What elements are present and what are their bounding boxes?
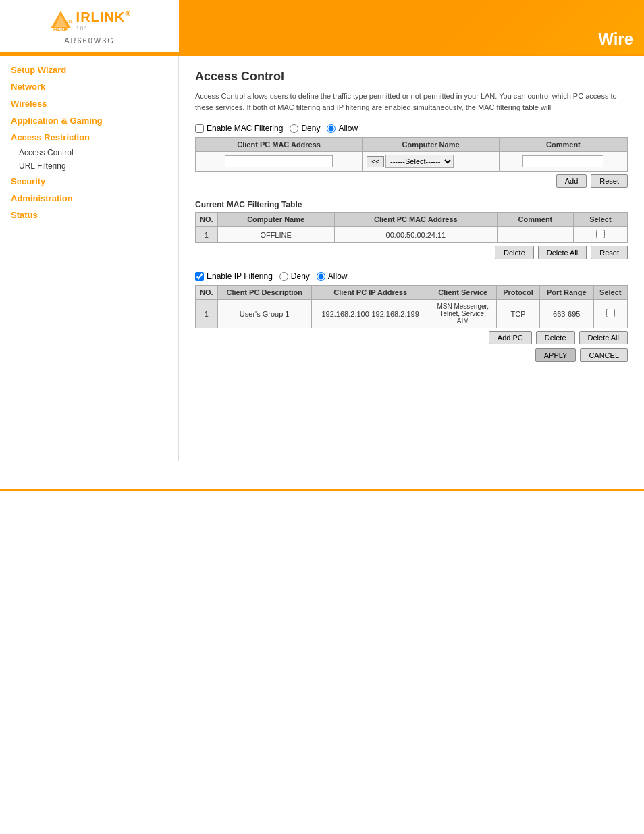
ip-filter-table: NO. Client PC Description Client PC IP A…	[195, 285, 628, 328]
sidebar-item-wireless[interactable]: Wireless	[0, 95, 178, 112]
ip-enable-text: Enable IP Filtering	[207, 271, 273, 281]
header-banner: Wire	[179, 0, 644, 54]
sidebar-item-application-gaming[interactable]: Application & Gaming	[0, 112, 178, 129]
mac-th-name: Computer Name	[217, 213, 334, 227]
cancel-button[interactable]: CANCEL	[580, 348, 628, 362]
mac-deny-text: Deny	[301, 124, 320, 133]
mac-reset-button[interactable]: Reset	[591, 174, 628, 188]
ip-row-port: 663-695	[539, 300, 593, 328]
ip-th-protocol: Protocol	[497, 286, 540, 300]
mac-delete-button[interactable]: Delete	[495, 246, 534, 259]
sidebar-item-setup-wizard[interactable]: Setup Wizard	[0, 61, 178, 78]
content-area: Access Control Access Control allows use…	[179, 56, 644, 461]
mac-input-table: Client PC MAC Address Computer Name Comm…	[195, 137, 628, 172]
ip-delete-all-button[interactable]: Delete All	[579, 331, 628, 344]
mac-enable-text: Enable MAC Filtering	[207, 124, 283, 133]
mac-deny-label[interactable]: Deny	[290, 124, 320, 133]
ip-row-service: MSN Messenger,Telnet, Service,AIM	[429, 300, 497, 328]
mac-input-cell	[196, 152, 363, 172]
ip-row-checkbox[interactable]	[606, 309, 615, 317]
ip-allow-radio[interactable]	[317, 272, 325, 281]
ip-th-ip: Client PC IP Address	[311, 286, 429, 300]
mac-delete-all-button[interactable]: Delete All	[538, 246, 587, 259]
mac-th-comment: Comment	[498, 213, 574, 227]
mac-name-select[interactable]: ------Select------	[385, 155, 454, 168]
ip-enable-checkbox[interactable]	[195, 272, 204, 281]
mac-allow-label[interactable]: Allow	[327, 124, 358, 133]
mac-col-mac: Client PC MAC Address	[196, 138, 363, 152]
mac-filtering-section: Enable MAC Filtering Deny Allow Client P…	[195, 124, 628, 188]
header: IRLINK 101 IRLINK® 101 AR660W3G Wire	[0, 0, 644, 54]
airlink-logo: IRLINK 101 IRLINK® 101	[48, 8, 132, 34]
ip-th-desc: Client PC Description	[217, 286, 311, 300]
mac-name-cell: << ------Select------	[363, 152, 500, 172]
ip-delete-button[interactable]: Delete	[536, 331, 575, 344]
main-layout: Setup Wizard Network Wireless Applicatio…	[0, 56, 644, 461]
mac-row-select[interactable]	[573, 227, 627, 243]
mac-comment-input[interactable]	[522, 155, 603, 167]
model-name: AR660W3G	[64, 36, 115, 45]
ip-add-btn-row: Add PC Delete Delete All	[195, 331, 628, 344]
current-mac-table: NO. Computer Name Client PC MAC Address …	[195, 212, 628, 243]
ip-action-btn-row: APPLY CANCEL	[195, 348, 628, 362]
ip-allow-text: Allow	[328, 271, 348, 281]
sidebar-item-administration[interactable]: Administration	[0, 190, 178, 207]
ip-allow-label[interactable]: Allow	[317, 271, 348, 281]
ip-filtering-section: Enable IP Filtering Deny Allow NO. Clien…	[195, 271, 628, 362]
sidebar-subitem-access-control[interactable]: Access Control	[0, 146, 178, 159]
ip-th-no: NO.	[196, 286, 218, 300]
mac-th-no: NO.	[196, 213, 218, 227]
ip-deny-text: Deny	[291, 271, 310, 281]
ip-th-port: Port Range	[539, 286, 593, 300]
mac-deny-radio[interactable]	[290, 124, 298, 133]
mac-comment-cell	[499, 152, 627, 172]
footer-divider	[0, 475, 644, 475]
mac-allow-text: Allow	[338, 124, 358, 133]
table-row: 1 User's Group 1 192.168.2.100-192.168.2…	[196, 300, 628, 328]
brand-sub: 101	[76, 25, 132, 32]
mac-row-no: 1	[196, 227, 218, 243]
mac-allow-radio[interactable]	[327, 124, 336, 133]
current-mac-table-section: Current MAC Filtering Table NO. Computer…	[195, 200, 628, 259]
mac-ss-button[interactable]: <<	[367, 156, 384, 167]
mac-add-btn-row: Add Reset	[195, 174, 628, 188]
mac-action-btn-row: Delete Delete All Reset	[195, 246, 628, 259]
ip-add-pc-button[interactable]: Add PC	[489, 331, 532, 344]
current-mac-title: Current MAC Filtering Table	[195, 200, 628, 209]
ip-deny-label[interactable]: Deny	[279, 271, 310, 281]
ip-row-select[interactable]	[593, 300, 627, 328]
apply-button[interactable]: APPLY	[535, 348, 576, 362]
footer-divider2	[0, 489, 644, 491]
page-desc: Access Control allows users to define th…	[195, 90, 628, 113]
ip-th-select: Select	[593, 286, 627, 300]
mac-add-button[interactable]: Add	[556, 174, 587, 188]
sidebar-subitem-url-filtering[interactable]: URL Filtering	[0, 159, 178, 173]
mac-row-name: OFFLINE	[217, 227, 334, 243]
ip-row-desc: User's Group 1	[217, 300, 311, 328]
mac-row-checkbox[interactable]	[596, 230, 605, 238]
logo-area: IRLINK 101 IRLINK® 101 AR660W3G	[0, 0, 179, 54]
sidebar-item-network[interactable]: Network	[0, 78, 178, 95]
ip-row-ip: 192.168.2.100-192.168.2.199	[311, 300, 429, 328]
ip-deny-radio[interactable]	[279, 272, 288, 281]
sidebar-item-security[interactable]: Security	[0, 173, 178, 190]
brand-name: IRLINK®	[76, 9, 132, 25]
ip-th-service: Client Service	[429, 286, 497, 300]
mac-th-select: Select	[573, 213, 627, 227]
sidebar-item-access-restriction[interactable]: Access Restriction	[0, 129, 178, 146]
mac-row-mac: 00:00:50:00:24:11	[334, 227, 497, 243]
mac-reset2-button[interactable]: Reset	[591, 246, 628, 259]
mac-col-name: Computer Name	[363, 138, 500, 152]
sidebar-item-status[interactable]: Status	[0, 207, 178, 224]
mac-input-row: << ------Select------	[196, 152, 628, 172]
sidebar: Setup Wizard Network Wireless Applicatio…	[0, 56, 179, 461]
table-row: 1 OFFLINE 00:00:50:00:24:11	[196, 227, 628, 243]
airlink-logo-icon: IRLINK 101	[48, 8, 74, 34]
mac-enable-checkbox[interactable]	[195, 124, 204, 133]
ip-filter-row: Enable IP Filtering Deny Allow	[195, 271, 628, 281]
mac-enable-label[interactable]: Enable MAC Filtering	[195, 124, 283, 133]
mac-address-input[interactable]	[225, 155, 333, 167]
mac-row-comment	[498, 227, 574, 243]
ip-enable-label[interactable]: Enable IP Filtering	[195, 271, 273, 281]
page-title: Access Control	[195, 70, 628, 84]
